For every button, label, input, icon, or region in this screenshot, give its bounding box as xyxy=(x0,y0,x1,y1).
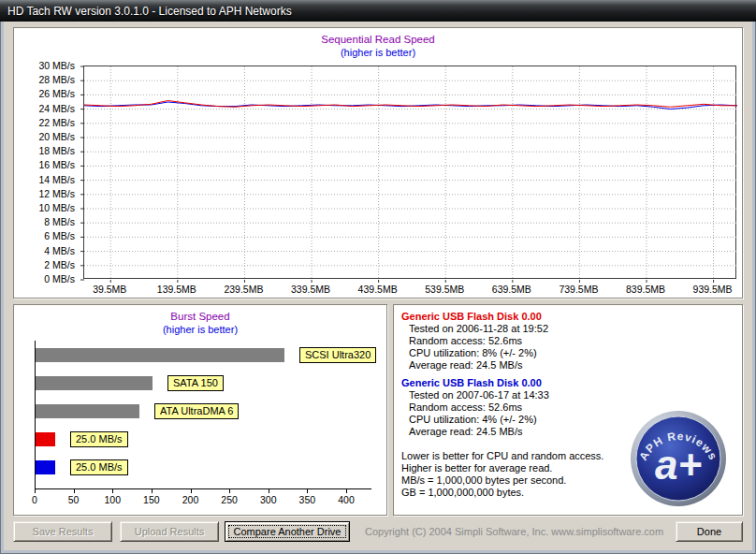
x-tick-label: 539.5MB xyxy=(425,284,464,295)
y-tick-label: 2 MB/s xyxy=(44,259,75,270)
burst-tick-label: 200 xyxy=(182,494,199,505)
y-tick-label: 28 MB/s xyxy=(38,74,75,85)
info-line: Tested on 2007-06-17 at 14:33 xyxy=(401,389,738,401)
y-tick-label: 4 MB/s xyxy=(44,245,75,256)
done-button[interactable]: Done xyxy=(676,521,743,542)
y-tick-label: 20 MB/s xyxy=(38,131,75,142)
burst-speed-panel: Burst Speed (higher is better) 050100150… xyxy=(13,304,387,516)
burst-bar-label: 25.0 MB/s xyxy=(70,459,128,475)
burst-bar-label: SCSI Ultra320 xyxy=(299,347,376,363)
burst-tick-label: 400 xyxy=(338,494,355,505)
x-tick-label: 39.5MB xyxy=(93,284,126,295)
burst-axis-tick xyxy=(269,489,269,493)
compare-another-drive-button[interactable]: Compare Another Drive xyxy=(225,521,350,542)
seq-y-axis-labels: 30 MB/s28 MB/s26 MB/s24 MB/s22 MB/s20 MB… xyxy=(14,66,80,279)
y-tick-label: 0 MB/s xyxy=(44,273,75,284)
seq-plot-area xyxy=(83,66,736,279)
burst-tick-label: 350 xyxy=(299,494,316,505)
burst-bar xyxy=(36,460,55,474)
y-tick-label: 16 MB/s xyxy=(38,159,75,170)
burst-axis-tick xyxy=(191,489,192,493)
client-area: Sequential Read Speed (higher is better)… xyxy=(4,22,752,550)
y-tick-label: 12 MB/s xyxy=(38,188,75,199)
y-tick-label: 10 MB/s xyxy=(38,202,75,213)
sequential-read-panel: Sequential Read Speed (higher is better)… xyxy=(13,27,743,299)
burst-chart-area: 050100150200250300350400SCSI Ultra320SAT… xyxy=(14,305,386,515)
burst-tick-label: 0 xyxy=(32,494,37,505)
drive-header: Generic USB Flash Disk 0.00 xyxy=(401,377,738,389)
x-tick-label: 839.5MB xyxy=(626,284,665,295)
x-tick-label: 639.5MB xyxy=(492,284,531,295)
burst-bar xyxy=(36,348,284,362)
burst-axis-tick xyxy=(152,489,153,493)
x-tick-label: 139.5MB xyxy=(157,284,196,295)
y-tick-label: 30 MB/s xyxy=(38,60,75,71)
x-tick-label: 439.5MB xyxy=(358,284,398,295)
info-line: Tested on 2006-11-28 at 19:52 xyxy=(401,323,738,335)
burst-bar-label: SATA 150 xyxy=(167,375,224,391)
titlebar[interactable]: HD Tach RW version 3.0.1.0 - Licensed to… xyxy=(0,0,756,22)
y-tick-label: 8 MB/s xyxy=(44,216,75,227)
logo-glyph: a+ xyxy=(655,442,702,488)
seq-chart-title: Sequential Read Speed xyxy=(14,34,742,45)
window-title: HD Tach RW version 3.0.1.0 - Licensed to… xyxy=(7,5,292,18)
y-tick-label: 26 MB/s xyxy=(38,88,75,99)
seq-chart-svg xyxy=(84,66,737,280)
save-results-button[interactable]: Save Results xyxy=(13,521,112,542)
x-tick-label: 239.5MB xyxy=(224,284,263,295)
burst-axis-tick xyxy=(35,489,36,493)
burst-axis-tick xyxy=(346,489,347,493)
burst-bar xyxy=(36,432,55,446)
y-tick-label: 18 MB/s xyxy=(38,145,75,156)
burst-tick-label: 100 xyxy=(104,494,121,505)
burst-bar-label: ATA UltraDMA 6 xyxy=(154,403,239,419)
burst-bar xyxy=(36,376,153,390)
x-tick-label: 939.5MB xyxy=(693,284,733,295)
y-tick-label: 14 MB/s xyxy=(38,174,75,185)
burst-x-axis xyxy=(35,488,371,489)
burst-axis-tick xyxy=(307,489,308,493)
seq-x-axis-labels: 39.5MB139.5MB239.5MB339.5MB439.5MB539.5M… xyxy=(83,284,736,297)
y-tick-label: 24 MB/s xyxy=(38,103,75,114)
x-tick-label: 339.5MB xyxy=(291,284,330,295)
info-line: Average read: 24.5 MB/s xyxy=(401,359,738,372)
results-info-panel: Generic USB Flash Disk 0.00Tested on 200… xyxy=(393,304,743,516)
burst-axis-tick xyxy=(74,489,75,493)
burst-axis-tick xyxy=(229,489,230,493)
y-tick-label: 6 MB/s xyxy=(44,230,75,241)
burst-tick-label: 300 xyxy=(260,494,277,505)
burst-bar-label: 25.0 MB/s xyxy=(70,431,128,447)
burst-bar xyxy=(36,404,139,418)
info-line: Random access: 52.6ms xyxy=(401,335,738,347)
burst-tick-label: 50 xyxy=(68,494,80,505)
app-window: HD Tach RW version 3.0.1.0 - Licensed to… xyxy=(0,0,756,554)
burst-tick-label: 250 xyxy=(221,494,238,505)
aph-reviews-logo: APH Reviews a+ xyxy=(630,410,727,507)
x-tick-label: 739.5MB xyxy=(559,284,598,295)
y-tick-label: 22 MB/s xyxy=(38,117,75,128)
seq-chart-subtitle: (higher is better) xyxy=(14,47,742,58)
copyright-text: Copyright (C) 2004 Simpli Software, Inc.… xyxy=(365,526,663,537)
info-line: CPU utilization: 8% (+/- 2%) xyxy=(401,347,738,359)
burst-tick-label: 150 xyxy=(143,494,160,505)
drive-header: Generic USB Flash Disk 0.00 xyxy=(401,311,738,323)
upload-results-button[interactable]: Upload Results xyxy=(120,521,219,542)
burst-axis-tick xyxy=(112,489,113,493)
